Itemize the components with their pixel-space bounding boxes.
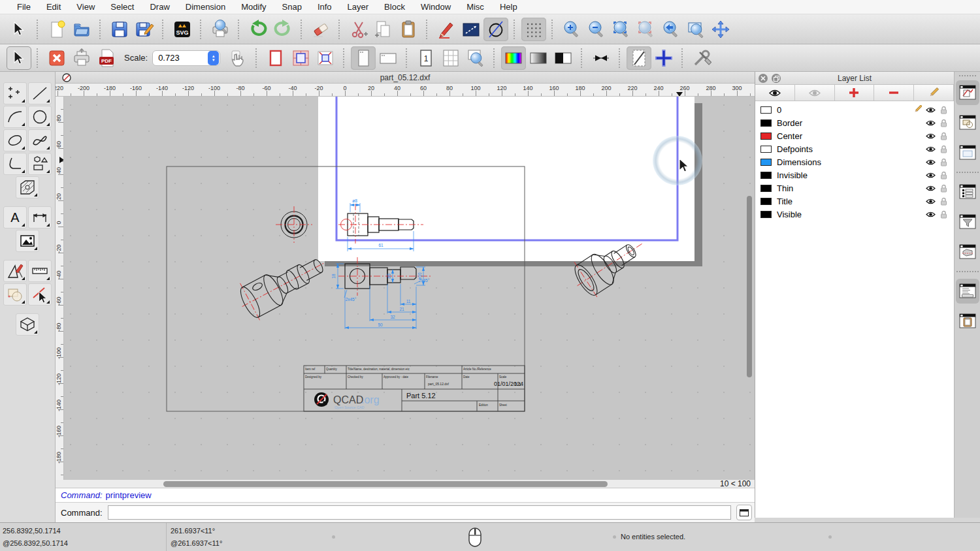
- selection-filter-panel-icon[interactable]: [956, 210, 979, 234]
- layer-row-visible[interactable]: Visible: [755, 208, 954, 221]
- pan-button[interactable]: [708, 18, 733, 41]
- layer-lock-icon[interactable]: [937, 145, 950, 153]
- zoom-window-button[interactable]: [683, 18, 708, 41]
- menu-item-dimension[interactable]: Dimension: [178, 2, 233, 12]
- scale-stepper[interactable]: ▲▼: [208, 51, 219, 65]
- vertical-scrollbar[interactable]: [747, 196, 752, 377]
- show-all-layers-button[interactable]: [755, 85, 795, 101]
- layer-list-panel-icon[interactable]: [956, 80, 979, 105]
- layer-row-invisible[interactable]: Invisible: [755, 168, 954, 181]
- print-preview-button[interactable]: [208, 18, 233, 41]
- menu-item-block[interactable]: Block: [376, 2, 413, 12]
- delete-tool-button[interactable]: [28, 283, 52, 306]
- auto-zoom-button[interactable]: [609, 18, 634, 41]
- clipboard-panel-icon[interactable]: [956, 309, 979, 334]
- line-from-points-button[interactable]: [459, 18, 483, 41]
- point-tool-button[interactable]: [3, 82, 27, 104]
- layer-row-thin[interactable]: Thin: [755, 181, 954, 195]
- select-arrow-button[interactable]: [7, 18, 31, 41]
- pp-select-arrow-button[interactable]: [7, 46, 31, 70]
- circle-tool-button[interactable]: [28, 106, 52, 128]
- crosshair-button[interactable]: [651, 46, 676, 70]
- layer-lock-icon[interactable]: [937, 197, 950, 206]
- portrait-button[interactable]: [351, 46, 376, 70]
- save-button[interactable]: [107, 18, 132, 41]
- layer-lock-icon[interactable]: [937, 119, 950, 127]
- layer-lock-icon[interactable]: [937, 210, 950, 219]
- draw-pencil-button[interactable]: [434, 18, 459, 41]
- library-browser-panel-icon[interactable]: [956, 240, 979, 264]
- line-tool-button[interactable]: [28, 82, 52, 104]
- add-layer-button[interactable]: [835, 85, 875, 101]
- print-button[interactable]: [69, 46, 94, 70]
- svg-export-button[interactable]: SVG: [170, 18, 195, 41]
- layer-lock-icon[interactable]: [937, 132, 950, 140]
- layer-visibility-eye-icon[interactable]: [924, 211, 937, 218]
- layer-visibility-eye-icon[interactable]: [924, 198, 937, 205]
- panel-float-button[interactable]: [772, 74, 781, 83]
- close-print-preview-button[interactable]: [44, 46, 69, 70]
- paper-borders-button[interactable]: [263, 46, 288, 70]
- zoom-previous-button[interactable]: [659, 18, 683, 41]
- layer-row-defpoints[interactable]: Defpoints: [755, 142, 954, 155]
- view-list-panel-icon[interactable]: [956, 140, 979, 165]
- remove-layer-button[interactable]: [874, 85, 914, 101]
- hairline-mode-button[interactable]: [589, 46, 613, 70]
- pdf-export-button[interactable]: PDF: [94, 46, 119, 70]
- dimension-tool-button[interactable]: [28, 206, 52, 228]
- menu-item-view[interactable]: View: [69, 2, 103, 12]
- copy-button[interactable]: [371, 18, 396, 41]
- shape-tool-button[interactable]: [28, 153, 52, 175]
- paste-button[interactable]: [396, 18, 421, 41]
- scale-input[interactable]: [153, 51, 205, 65]
- layer-lock-icon[interactable]: [937, 171, 950, 180]
- horizontal-scrollbar[interactable]: [163, 481, 608, 487]
- save-as-button[interactable]: [132, 18, 157, 41]
- command-line-panel-icon[interactable]: [956, 279, 979, 304]
- draft-ellipse-button[interactable]: [483, 18, 508, 41]
- menu-item-modify[interactable]: Modify: [233, 2, 274, 12]
- open-file-button[interactable]: [69, 18, 94, 41]
- scale-combobox[interactable]: ▲▼: [152, 50, 220, 66]
- menu-item-file[interactable]: File: [9, 2, 39, 12]
- zoom-in-button[interactable]: [559, 18, 584, 41]
- arc-tool-button[interactable]: [3, 106, 27, 128]
- layer-visibility-eye-icon[interactable]: [924, 159, 937, 166]
- menu-item-draw[interactable]: Draw: [142, 2, 177, 12]
- hide-all-layers-button[interactable]: [795, 85, 835, 101]
- text-tool-button[interactable]: A: [3, 206, 27, 228]
- draft-mode-button[interactable]: [627, 46, 651, 70]
- ellipse-tool-button[interactable]: [3, 129, 27, 151]
- menu-item-snap[interactable]: Snap: [274, 2, 310, 12]
- cad-draw-tool-button[interactable]: [3, 260, 27, 282]
- document-tab[interactable]: part_05.12.dxf: [56, 72, 755, 84]
- layer-visibility-eye-icon[interactable]: [924, 185, 937, 192]
- hatch-tool-button[interactable]: [16, 176, 39, 198]
- command-input[interactable]: [108, 505, 731, 520]
- layer-lock-icon[interactable]: [937, 158, 950, 166]
- layer-panel-titlebar[interactable]: Layer List: [755, 72, 954, 85]
- panel-close-button[interactable]: [759, 74, 768, 83]
- image-tool-button[interactable]: [16, 230, 39, 252]
- layer-lock-icon[interactable]: [937, 184, 950, 193]
- zoom-to-page-button[interactable]: [463, 46, 488, 70]
- polyline-tool-button[interactable]: [3, 153, 27, 175]
- undo-button[interactable]: [246, 18, 270, 41]
- layer-row-dimensions[interactable]: Dimensions: [755, 155, 954, 168]
- erase-button[interactable]: [308, 18, 333, 41]
- grid-toggle-button[interactable]: [521, 18, 546, 41]
- layer-row-title[interactable]: Title: [755, 195, 954, 208]
- menu-item-info[interactable]: Info: [310, 2, 340, 12]
- redo-button[interactable]: [270, 18, 295, 41]
- property-list-panel-icon[interactable]: [956, 180, 979, 204]
- zoom-out-button[interactable]: [584, 18, 609, 41]
- multi-pages-button[interactable]: [288, 46, 313, 70]
- modify-tool-button[interactable]: [3, 283, 27, 306]
- menu-item-misc[interactable]: Misc: [459, 2, 492, 12]
- landscape-button[interactable]: [376, 46, 400, 70]
- drawing-canvas[interactable]: ø8 61: [64, 97, 755, 480]
- layer-visibility-eye-icon[interactable]: [924, 133, 937, 140]
- layer-lock-icon[interactable]: [937, 106, 950, 114]
- black-white-button[interactable]: [551, 46, 576, 70]
- layer-visibility-eye-icon[interactable]: [924, 119, 937, 127]
